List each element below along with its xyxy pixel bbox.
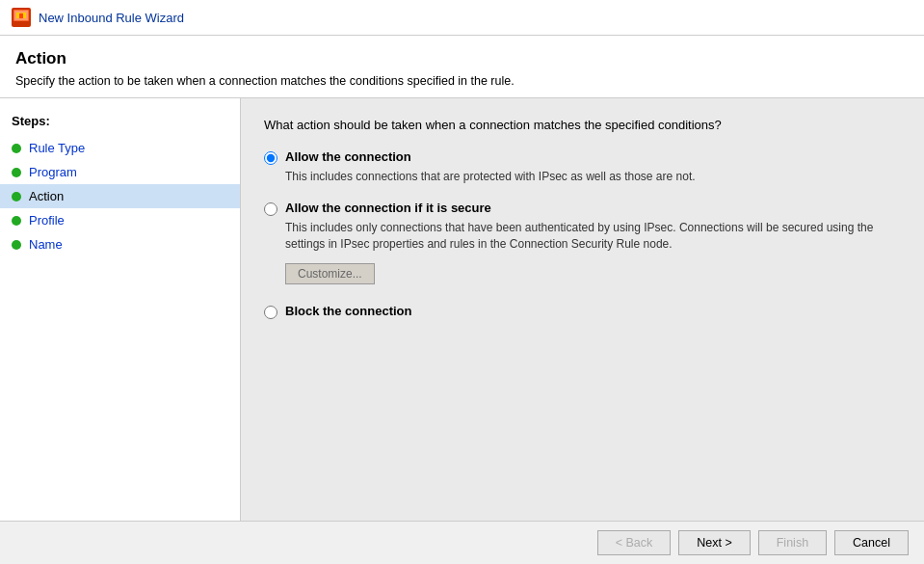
- step-dot-rule-type: [12, 144, 21, 153]
- bottom-bar: < Back Next > Finish Cancel: [0, 521, 924, 564]
- next-button[interactable]: Next >: [678, 530, 750, 555]
- sidebar-label-rule-type: Rule Type: [29, 141, 85, 155]
- option-label-allow-secure[interactable]: Allow the connection if it is secure: [285, 201, 491, 215]
- sidebar-label-name: Name: [29, 237, 63, 252]
- sidebar-label-action: Action: [29, 189, 64, 203]
- option-group-block: Block the connection: [264, 304, 901, 319]
- svg-rect-6: [19, 13, 23, 18]
- step-dot-name: [12, 240, 21, 250]
- sidebar-item-action[interactable]: Action: [0, 184, 240, 208]
- question-text: What action should be taken when a conne…: [264, 118, 901, 132]
- radio-allow[interactable]: [264, 151, 277, 165]
- page-description: Specify the action to be taken when a co…: [15, 74, 909, 88]
- header-section: Action Specify the action to be taken wh…: [0, 36, 924, 98]
- back-button[interactable]: < Back: [597, 530, 672, 555]
- title-bar: New Inbound Rule Wizard: [0, 0, 924, 36]
- steps-label: Steps:: [0, 110, 240, 136]
- title-bar-text: New Inbound Rule Wizard: [39, 11, 184, 25]
- option-label-allow[interactable]: Allow the connection: [285, 149, 411, 164]
- option-group-allow: Allow the connection This includes conne…: [264, 149, 901, 185]
- sidebar-item-program[interactable]: Program: [0, 160, 240, 184]
- option-desc-allow: This includes connections that are prote…: [285, 169, 901, 185]
- wizard-icon: [12, 8, 31, 27]
- option-row-allow-secure: Allow the connection if it is secure: [264, 201, 901, 216]
- customize-button[interactable]: Customize...: [285, 263, 375, 284]
- option-row-allow: Allow the connection: [264, 149, 901, 165]
- option-label-block[interactable]: Block the connection: [285, 304, 411, 318]
- option-desc-allow-secure: This includes only connections that have…: [285, 220, 901, 253]
- content-panel: What action should be taken when a conne…: [241, 98, 924, 556]
- main-content: Steps: Rule Type Program Action Profile …: [0, 98, 924, 556]
- sidebar-label-program: Program: [29, 165, 77, 179]
- step-dot-profile: [12, 216, 21, 226]
- radio-allow-secure[interactable]: [264, 202, 277, 216]
- sidebar-item-profile[interactable]: Profile: [0, 208, 240, 232]
- step-dot-program: [12, 168, 21, 177]
- option-group-allow-secure: Allow the connection if it is secure Thi…: [264, 201, 901, 289]
- sidebar: Steps: Rule Type Program Action Profile …: [0, 98, 241, 556]
- radio-block[interactable]: [264, 306, 277, 319]
- page-heading: Action: [15, 49, 909, 68]
- option-row-block: Block the connection: [264, 304, 901, 319]
- sidebar-label-profile: Profile: [29, 213, 65, 228]
- cancel-button[interactable]: Cancel: [834, 530, 909, 555]
- sidebar-item-rule-type[interactable]: Rule Type: [0, 136, 240, 160]
- step-dot-action: [12, 192, 21, 201]
- finish-button[interactable]: Finish: [758, 530, 827, 555]
- svg-rect-3: [15, 21, 27, 25]
- sidebar-item-name[interactable]: Name: [0, 232, 240, 256]
